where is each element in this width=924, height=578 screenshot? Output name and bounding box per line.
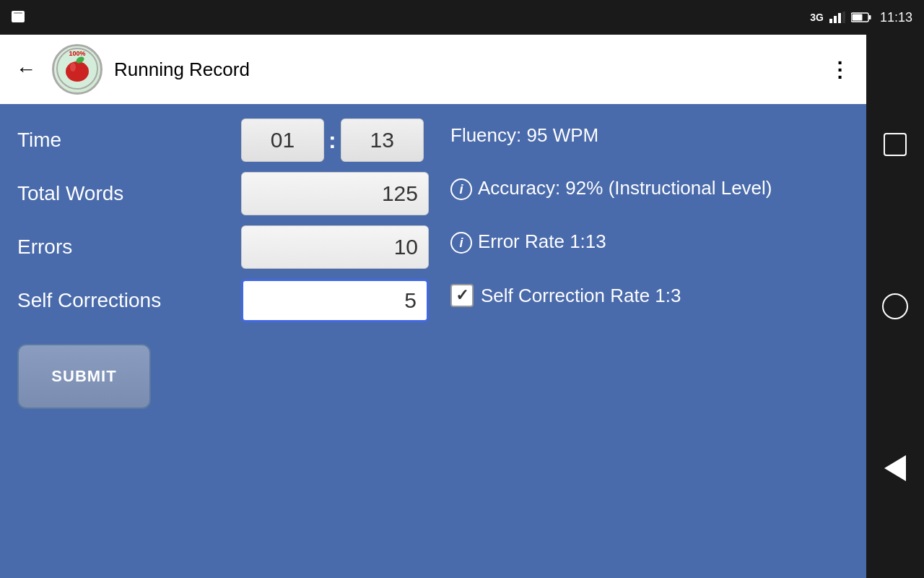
submit-label: SUBMIT (51, 367, 116, 386)
check-mark-icon: ✓ (456, 286, 468, 305)
errors-label: Errors (17, 230, 234, 264)
sim-icon (12, 11, 25, 22)
self-correction-checkbox-row: ✓ Self Correction Rate 1:3 (450, 284, 681, 307)
error-rate-info-icon[interactable]: i (450, 232, 472, 254)
nav-bar (866, 35, 924, 578)
app-bar: ← 100% Running Record ⋮ (0, 35, 866, 104)
back-arrow-icon: ← (16, 58, 36, 81)
app-title: Running Record (114, 59, 814, 81)
time-label: Time (17, 123, 234, 158)
svg-rect-5 (842, 12, 845, 23)
submit-button-container: SUBMIT (17, 337, 234, 409)
status-bar: 3G 11:13 (0, 0, 924, 35)
self-correction-rate-text: ✓ Self Correction Rate 1:3 (450, 284, 849, 307)
more-icon: ⋮ (829, 58, 851, 82)
self-correction-checkbox[interactable]: ✓ (450, 284, 474, 307)
self-correction-rate-stat: ✓ Self Correction Rate 1:3 (436, 284, 849, 317)
accuracy-text: i Accuracy: 92% (Instructional Level) (450, 177, 849, 200)
back-button[interactable]: ← (12, 55, 40, 84)
logo-image: 100% (56, 47, 99, 90)
svg-rect-4 (838, 13, 841, 23)
submit-button[interactable]: SUBMIT (17, 344, 151, 409)
status-icons: 3G 11:13 (810, 10, 912, 25)
errors-input[interactable]: 10 (241, 225, 429, 269)
time-minutes-input[interactable]: 13 (341, 118, 424, 162)
error-rate-stat: i Error Rate 1:13 (436, 230, 849, 264)
svg-text:100%: 100% (69, 50, 85, 57)
home-button[interactable] (879, 290, 911, 322)
svg-rect-3 (834, 16, 837, 23)
svg-rect-1 (14, 12, 22, 14)
svg-rect-7 (868, 15, 871, 20)
svg-point-10 (66, 61, 89, 82)
square-icon (884, 133, 907, 156)
fluency-text: Fluency: 95 WPM (450, 124, 849, 147)
svg-point-12 (70, 63, 76, 72)
app-logo: 100% (52, 44, 103, 95)
status-bar-left (12, 11, 25, 24)
time-inputs: 01 : 13 (241, 118, 429, 162)
self-corrections-input[interactable]: 5 (241, 279, 429, 322)
svg-rect-0 (14, 14, 17, 20)
accuracy-stat: i Accuracy: 92% (Instructional Level) (436, 177, 849, 210)
accuracy-info-icon[interactable]: i (450, 178, 472, 200)
circle-icon (882, 293, 908, 319)
time-hours-input[interactable]: 01 (241, 118, 324, 162)
signal-text: 3G (810, 12, 824, 23)
form-grid: Time 01 : 13 Fluency: 95 WPM Total Words… (17, 118, 849, 409)
svg-rect-2 (829, 19, 832, 23)
main-content: Time 01 : 13 Fluency: 95 WPM Total Words… (0, 104, 866, 578)
signal-bars-icon (829, 12, 845, 23)
back-nav-button[interactable] (879, 452, 911, 484)
battery-icon (851, 12, 871, 23)
self-corrections-label: Self Corrections (17, 283, 234, 318)
fluency-stat: Fluency: 95 WPM (436, 124, 849, 157)
clock-time: 11:13 (880, 10, 912, 25)
back-triangle-icon (884, 455, 906, 481)
svg-rect-8 (852, 14, 862, 21)
total-words-input[interactable]: 125 (241, 172, 429, 215)
recent-apps-button[interactable] (879, 129, 911, 160)
total-words-label: Total Words (17, 176, 234, 211)
error-rate-text: i Error Rate 1:13 (450, 230, 849, 254)
time-colon: : (324, 127, 341, 154)
more-options-button[interactable]: ⋮ (826, 55, 855, 84)
